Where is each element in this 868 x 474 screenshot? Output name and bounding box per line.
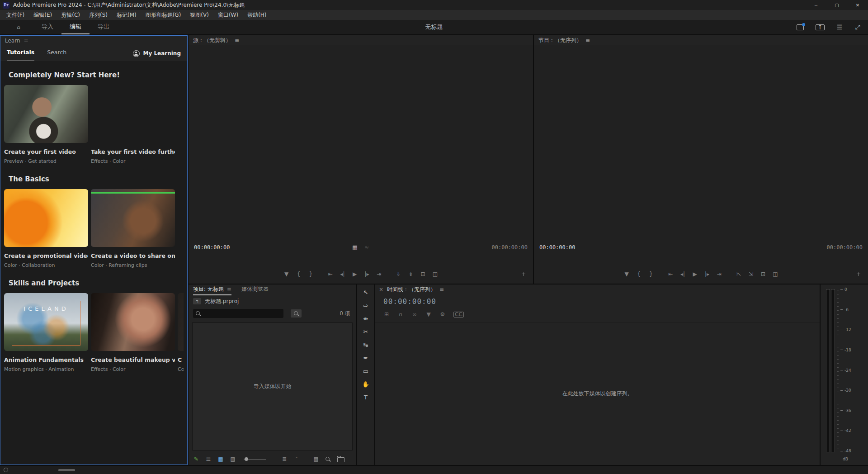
menu-item[interactable]: 编辑(E) — [29, 10, 57, 20]
tutorial-card[interactable]: C Co — [178, 293, 184, 372]
slip-tool[interactable]: ↹ — [360, 340, 372, 351]
insert-icon[interactable]: ⇩ — [396, 270, 402, 278]
menu-item[interactable]: 标记(M) — [112, 10, 141, 20]
tab-export[interactable]: 导出 — [90, 20, 118, 34]
tutorial-card[interactable]: Take your first video further Effects · … — [91, 85, 175, 164]
menu-item[interactable]: 图形和标题(G) — [141, 10, 186, 20]
tab-edit[interactable]: 编辑 — [61, 20, 90, 34]
panel-menu-icon[interactable]: ≡ — [585, 37, 590, 43]
play-icon[interactable]: ▶ — [692, 270, 698, 278]
panel-menu-icon[interactable]: ≡ — [227, 284, 231, 294]
compare-view-icon[interactable]: ◫ — [772, 270, 778, 278]
icon-view-icon[interactable]: ▦ — [217, 455, 224, 463]
video-display-icon[interactable]: ▦ — [352, 244, 358, 251]
tab-import[interactable]: 导入 — [33, 20, 61, 34]
zoom-slider[interactable] — [244, 456, 266, 462]
overwrite-icon[interactable]: ↡ — [408, 270, 414, 278]
button-editor-icon[interactable]: + — [520, 270, 527, 278]
tab-project[interactable]: 项目: 无标题 ≡ — [193, 284, 231, 295]
hand-tool[interactable]: ✋ — [360, 379, 372, 390]
track-select-forward-tool[interactable]: ⇨ — [360, 300, 372, 311]
horizontal-scrollbar[interactable] — [58, 469, 75, 471]
button-editor-icon[interactable]: + — [855, 270, 862, 278]
chevron-down-icon[interactable]: ˅ — [293, 455, 300, 463]
timeline-settings-icon[interactable]: ⚙ — [439, 311, 446, 318]
export-frame-icon[interactable]: ⊡ — [420, 270, 426, 278]
close-icon[interactable]: × — [379, 286, 383, 293]
find-icon[interactable] — [325, 456, 331, 462]
menu-item[interactable]: 窗口(W) — [213, 10, 243, 20]
quick-export-icon[interactable] — [797, 24, 804, 30]
panel-menu-icon[interactable]: ≡ — [439, 286, 444, 293]
search-bin-button[interactable] — [291, 309, 302, 318]
audio-waveform-icon[interactable]: ≈ — [363, 244, 370, 251]
fullscreen-icon[interactable]: ⤢ — [854, 24, 861, 31]
my-learning-button[interactable]: My Learning — [133, 50, 181, 57]
linked-selection-icon[interactable]: ∞ — [411, 311, 418, 318]
razor-tool[interactable]: ✂ — [360, 327, 372, 337]
pen-tool[interactable]: ✒ — [360, 353, 372, 364]
panel-menu-icon[interactable]: ≡ — [24, 38, 28, 44]
close-button[interactable]: ✕ — [847, 0, 868, 10]
extract-icon[interactable]: ⇲ — [748, 270, 754, 278]
selection-tool[interactable]: ↖ — [360, 287, 372, 298]
add-marker-icon[interactable]: ▼ — [623, 270, 630, 278]
go-to-in-icon[interactable]: ⇤ — [327, 270, 334, 278]
step-forward-icon[interactable]: |▸ — [364, 270, 370, 278]
panel-menu-icon[interactable]: ≡ — [235, 37, 239, 43]
add-marker-icon[interactable]: ▼ — [283, 270, 290, 278]
tab-search[interactable]: Search — [47, 45, 66, 62]
mark-out-icon[interactable]: } — [648, 270, 654, 278]
mark-in-icon[interactable]: { — [636, 270, 642, 278]
freeform-view-icon[interactable]: ▧ — [230, 455, 236, 463]
ripple-edit-tool[interactable]: ⇹ — [360, 313, 372, 324]
project-content-area[interactable]: 导入媒体以开始 — [192, 322, 353, 450]
lift-icon[interactable]: ⇱ — [736, 270, 742, 278]
source-monitor-tab[interactable]: 源：（无剪辑） — [193, 37, 231, 44]
go-to-out-icon[interactable]: ⇥ — [716, 270, 722, 278]
writable-indicator-icon[interactable]: ✎ — [193, 455, 199, 463]
tutorial-card[interactable]: Create beautiful makeup v... Effects · C… — [91, 293, 175, 372]
compare-view-icon[interactable]: ◫ — [432, 270, 439, 278]
export-frame-icon[interactable]: ⊡ — [760, 270, 766, 278]
step-forward-icon[interactable]: |▸ — [704, 270, 710, 278]
workspaces-icon[interactable]: ☰ — [836, 24, 843, 31]
menu-item[interactable]: 帮助(H) — [243, 10, 271, 20]
menu-item[interactable]: 视图(V) — [185, 10, 213, 20]
minimize-button[interactable]: ─ — [806, 0, 826, 10]
tab-tutorials[interactable]: Tutorials — [7, 45, 34, 62]
tutorial-card[interactable]: Create a promotional video Color · Colla… — [4, 189, 88, 268]
mark-out-icon[interactable]: } — [308, 270, 314, 278]
tutorial-card[interactable]: Create a video to share on ... Color · R… — [91, 189, 175, 268]
menu-item[interactable]: 文件(F) — [2, 10, 29, 20]
home-icon[interactable]: ⌂ — [15, 24, 22, 31]
timeline-tab[interactable]: 时间线：（无序列） — [387, 286, 436, 294]
search-input[interactable] — [201, 310, 280, 317]
timeline-timecode[interactable]: 00:00:00:00 — [383, 297, 820, 306]
tutorial-card[interactable]: ICELAND Animation Fundamentals Motion gr… — [4, 293, 88, 372]
insert-nest-icon[interactable]: ⊞ — [383, 311, 390, 318]
list-view-icon[interactable]: ☰ — [205, 455, 212, 463]
sort-icon[interactable]: ≣ — [281, 455, 288, 463]
go-to-in-icon[interactable]: ⇤ — [667, 270, 674, 278]
captions-icon[interactable]: CC — [453, 312, 464, 318]
mark-in-icon[interactable]: { — [296, 270, 302, 278]
tab-media-browser[interactable]: 媒体浏览器 — [241, 284, 269, 295]
tutorial-card[interactable]: Create your first video Preview · Get st… — [4, 85, 88, 164]
menu-item[interactable]: 序列(S) — [85, 10, 112, 20]
step-back-icon[interactable]: ◂| — [340, 270, 346, 278]
add-marker-icon[interactable]: ▼ — [425, 311, 432, 318]
learn-tab[interactable]: Learn — [5, 38, 20, 44]
menu-item[interactable]: 剪辑(C) — [57, 10, 85, 20]
rectangle-tool[interactable]: ▭ — [360, 366, 372, 377]
share-icon[interactable]: ↑ — [816, 24, 825, 30]
go-to-out-icon[interactable]: ⇥ — [376, 270, 382, 278]
program-monitor-tab[interactable]: 节目：（无序列） — [538, 37, 582, 44]
navigate-up-icon[interactable]: ↰ — [193, 298, 201, 304]
timeline-drop-zone[interactable]: 在此处放下媒体以创建序列。 — [375, 322, 820, 465]
play-icon[interactable]: ▶ — [352, 270, 358, 278]
search-box[interactable] — [193, 309, 283, 318]
type-tool[interactable]: T — [360, 392, 372, 403]
maximize-button[interactable]: ▢ — [826, 0, 847, 10]
new-bin-icon[interactable] — [337, 457, 344, 462]
